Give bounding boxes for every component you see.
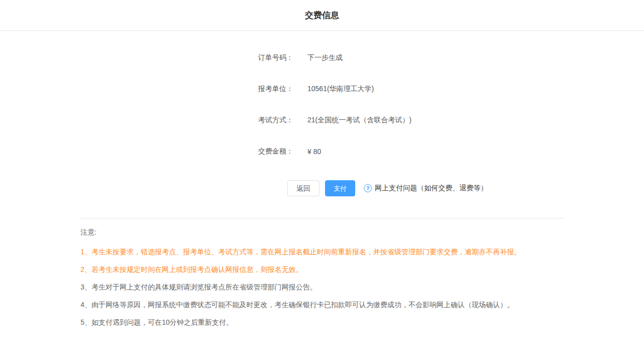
form-row: 订单号码：下一步生成 (80, 53, 564, 62)
notes-list: 1、考生未按要求，错选报考点、报考单位、考试方式等，需在网上报名截止时间前重新报… (80, 248, 564, 326)
note-item: 1、考生未按要求，错选报考点、报考单位、考试方式等，需在网上报名截止时间前重新报… (80, 248, 564, 255)
form-label: 报考单位： (80, 85, 293, 94)
note-item: 4、由于网络等原因，网报系统中缴费状态可能不能及时更改，考生确保银行卡已扣款即可… (80, 301, 564, 308)
page-title: 交费信息 (305, 10, 339, 21)
form-label: 交费金额： (80, 147, 293, 156)
form-value: 10561(华南理工大学) (307, 85, 374, 94)
form-label: 订单号码： (80, 53, 293, 62)
question-mark-icon: ? (364, 184, 372, 192)
form-value: ¥ 80 (307, 148, 321, 156)
page-header: 交费信息 (0, 0, 644, 31)
form-label: 考试方式： (80, 116, 293, 125)
actions-row: 返回 支付 ? 网上支付问题（如何交费、退费等） (287, 180, 564, 196)
notes-section: 注意: 1、考生未按要求，错选报考点、报考单位、考试方式等，需在网上报名截止时间… (80, 219, 564, 326)
notes-heading: 注意: (80, 228, 564, 237)
help-link-text: 网上支付问题（如何交费、退费等） (375, 184, 488, 193)
note-item: 5、如支付遇到问题，可在10分钟之后重新支付。 (80, 319, 564, 326)
note-item: 3、考生对于网上支付的具体规则请浏览报考点所在省级管理部门网报公告。 (80, 283, 564, 290)
pay-button[interactable]: 支付 (325, 180, 355, 196)
payment-help-link[interactable]: ? 网上支付问题（如何交费、退费等） (364, 184, 488, 193)
back-button[interactable]: 返回 (287, 180, 319, 196)
form-value: 21(全国统一考试（含联合考试）) (307, 116, 412, 125)
form-row: 考试方式：21(全国统一考试（含联合考试）) (80, 116, 564, 125)
form-value: 下一步生成 (307, 53, 343, 62)
payment-form: 订单号码：下一步生成报考单位：10561(华南理工大学)考试方式：21(全国统一… (80, 31, 564, 156)
form-row: 交费金额：¥ 80 (80, 147, 564, 156)
form-row: 报考单位：10561(华南理工大学) (80, 85, 564, 94)
payment-info-section: 订单号码：下一步生成报考单位：10561(华南理工大学)考试方式：21(全国统一… (80, 31, 564, 196)
note-item: 2、若考生未按规定时间在网上或到报考点确认网报信息，则报名无效。 (80, 266, 564, 273)
